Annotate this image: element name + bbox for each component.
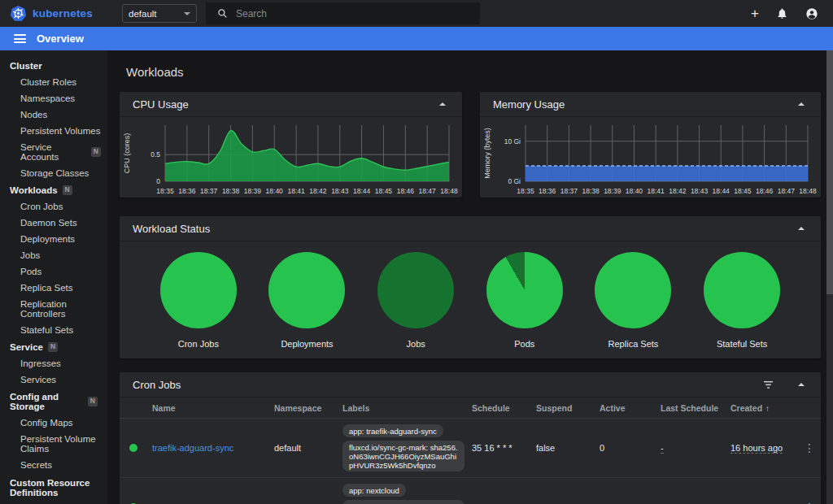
sidebar-section-config-and-storage[interactable]: Config and StorageN — [0, 388, 107, 415]
memory-chart-svg: 18:3518:3618:3718:3818:3918:4018:4118:42… — [480, 117, 821, 198]
pie-caption: Replica Sets — [608, 339, 659, 349]
row-menu-kebab-icon[interactable]: ⋮ — [804, 441, 818, 454]
sidebar-item-jobs[interactable]: Jobs — [0, 247, 107, 263]
svg-text:18:36: 18:36 — [178, 187, 196, 195]
sidebar-item-ingresses[interactable]: Ingresses — [0, 355, 107, 371]
sidebar-item-replica-sets[interactable]: Replica Sets — [0, 280, 107, 296]
last-schedule-value[interactable]: - — [661, 443, 664, 454]
svg-text:18:42: 18:42 — [669, 187, 687, 195]
svg-text:18:45: 18:45 — [375, 187, 393, 195]
column-header-schedule[interactable]: Schedule — [472, 403, 536, 413]
svg-text:18:41: 18:41 — [287, 187, 305, 195]
cpu-chart-svg: 18:3518:3618:3718:3818:3918:4018:4118:42… — [120, 117, 462, 198]
svg-text:18:47: 18:47 — [419, 187, 437, 195]
sidebar-item-custom-resource-definitions[interactable]: Custom Resource Definitions — [0, 473, 107, 502]
svg-text:CPU (cores): CPU (cores) — [123, 133, 131, 174]
sidebar-section-service[interactable]: ServiceN — [0, 338, 107, 355]
svg-text:18:44: 18:44 — [353, 187, 371, 195]
menu-hamburger-icon[interactable] — [14, 34, 26, 43]
column-header-namespace[interactable]: Namespace — [274, 403, 342, 413]
sidebar-item-persistent-volume-claims[interactable]: Persistent Volume Claims — [0, 431, 107, 457]
sidebar-item-services[interactable]: Services — [0, 371, 107, 388]
svg-text:18:37: 18:37 — [200, 187, 218, 195]
cron-jobs-title: Cron Jobs — [133, 379, 763, 391]
column-header-name[interactable]: Name — [152, 403, 274, 413]
suspend-cell: false — [536, 443, 600, 453]
sidebar-item-config-maps[interactable]: Config Maps — [0, 415, 107, 431]
chevron-up-icon — [439, 102, 446, 106]
column-header-suspend[interactable]: Suspend — [536, 403, 600, 413]
labels-cell: app: traefik-adguard-syncfluxcd.io/sync-… — [342, 424, 472, 471]
created-value[interactable]: 16 hours ago — [731, 443, 783, 454]
sidebar-item-storage-classes[interactable]: Storage Classes — [0, 165, 107, 181]
sidebar-item-cron-jobs[interactable]: Cron Jobs — [0, 198, 107, 215]
svg-text:18:46: 18:46 — [397, 187, 415, 195]
search-bar[interactable] — [206, 2, 480, 24]
status-cell — [129, 444, 152, 452]
svg-text:18:46: 18:46 — [756, 187, 774, 195]
column-header-labels[interactable]: Labels — [342, 403, 472, 413]
collapse-button[interactable] — [795, 380, 808, 389]
search-input[interactable] — [236, 8, 431, 20]
column-header-created[interactable]: Created↑ — [731, 403, 804, 413]
sidebar-item-stateful-sets[interactable]: Stateful Sets — [0, 322, 107, 338]
sidebar-item-service-accounts[interactable]: Service AccountsN — [0, 139, 107, 165]
svg-text:18:48: 18:48 — [799, 187, 817, 195]
svg-text:18:41: 18:41 — [648, 187, 665, 195]
cronjob-name-link[interactable]: traefik-adguard-sync — [152, 443, 274, 453]
collapse-button[interactable] — [795, 224, 808, 233]
header-actions: + — [751, 0, 826, 27]
notifications-bell-icon[interactable] — [776, 7, 788, 20]
sidebar-item-pods[interactable]: Pods — [0, 263, 107, 280]
svg-text:18:44: 18:44 — [713, 187, 731, 195]
collapse-button[interactable] — [795, 99, 808, 109]
active-cell: 0 — [600, 443, 661, 453]
filter-icon[interactable] — [763, 380, 774, 389]
svg-text:18:43: 18:43 — [691, 187, 709, 195]
pie-cron-jobs: Cron Jobs — [160, 252, 237, 349]
app-header: kubernetes default + — [0, 0, 833, 27]
sidebar-item-persistent-volumes[interactable]: Persistent Volumes — [0, 123, 107, 139]
sidebar-item-namespaces[interactable]: Namespaces — [0, 90, 107, 106]
new-badge: N — [88, 397, 98, 406]
namespace-selector[interactable]: default — [122, 4, 197, 23]
row-menu-kebab-icon[interactable]: ⋮ — [804, 501, 818, 504]
sidebar-item-cluster-roles[interactable]: Cluster Roles — [0, 74, 107, 90]
svg-text:18:43: 18:43 — [331, 187, 349, 195]
pie-caption: Pods — [514, 339, 534, 349]
page-scrollbar-thumb[interactable] — [826, 50, 833, 294]
sidebar-item-daemon-sets[interactable]: Daemon Sets — [0, 215, 107, 231]
new-badge: N — [63, 185, 72, 194]
svg-text:18:47: 18:47 — [778, 187, 796, 195]
kubernetes-helm-icon — [10, 5, 27, 22]
sidebar-section-workloads[interactable]: WorkloadsN — [0, 181, 107, 198]
pie-chart — [595, 252, 671, 328]
sidebar-section-cluster[interactable]: Cluster — [0, 57, 107, 74]
chevron-up-icon — [798, 383, 805, 386]
pie-stateful-sets: Stateful Sets — [704, 252, 780, 349]
cpu-usage-card: CPU Usage 18:3518:3618:3718:3818:3918:40… — [120, 92, 462, 198]
sidebar-item-nodes[interactable]: Nodes — [0, 106, 107, 123]
account-icon[interactable] — [805, 7, 818, 20]
cronjob-name[interactable]: traefik-adguard-sync — [152, 443, 233, 453]
svg-text:18:38: 18:38 — [582, 187, 600, 195]
cron-jobs-table-header: NameNamespaceLabelsScheduleSuspendActive… — [120, 398, 821, 419]
sidebar-item-replication-controllers[interactable]: Replication Controllers — [0, 296, 107, 322]
create-resource-button[interactable]: + — [751, 7, 759, 20]
kubernetes-logo: kubernetes — [10, 0, 93, 27]
pie-deployments: Deployments — [268, 252, 345, 349]
last-schedule-cell: - — [661, 443, 731, 453]
column-header-active[interactable]: Active — [600, 403, 661, 413]
column-header-last-schedule[interactable]: Last Schedule — [661, 403, 731, 413]
toolbar-title: Overview — [37, 33, 84, 45]
label-chip: fluxcd.io/sync-gc-mark: sha256.CTsuE_o_f… — [342, 500, 464, 504]
collapse-button[interactable] — [436, 99, 449, 109]
svg-text:0: 0 — [156, 177, 160, 185]
svg-text:0.5: 0.5 — [150, 150, 160, 159]
sidebar-item-secrets[interactable]: Secrets — [0, 457, 107, 473]
sidebar-item-deployments[interactable]: Deployments — [0, 231, 107, 247]
label-chip: fluxcd.io/sync-gc-mark: sha256.oN63iwnCG… — [342, 441, 464, 471]
pie-chart — [160, 252, 237, 328]
pie-chart — [486, 252, 563, 328]
pie-chart — [377, 252, 454, 328]
